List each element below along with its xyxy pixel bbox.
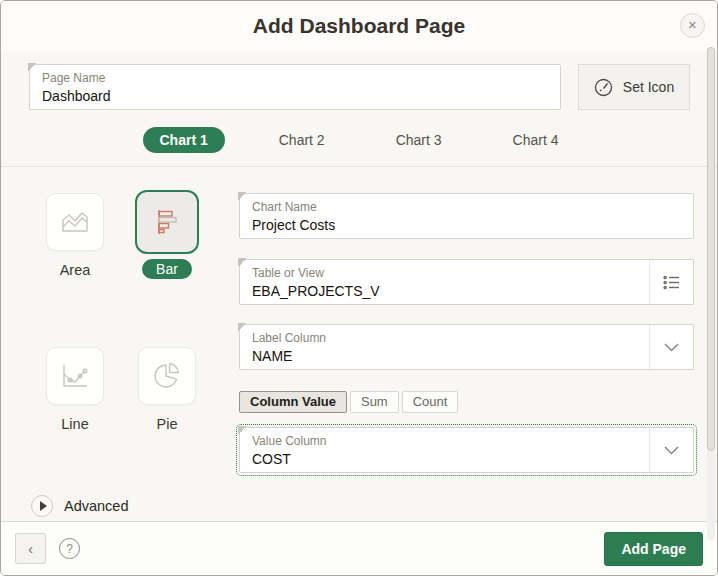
back-chevron-icon: ‹ [28,541,33,557]
expand-triangle-icon [40,501,47,511]
value-column-value: COST [252,449,681,469]
scrollbar-thumb[interactable] [707,47,715,451]
table-lov-button[interactable] [649,260,693,304]
close-button[interactable]: × [680,13,705,38]
page-name-field[interactable]: Page Name [29,64,561,110]
chevron-down-icon [664,343,679,352]
tab-chart-1[interactable]: Chart 1 [143,127,225,153]
dialog-footer: ‹ ? Add Page [1,522,717,575]
dialog-title: Add Dashboard Page [253,14,465,38]
value-column-label: Value Column [252,434,681,448]
top-form-row: Page Name Set Icon [1,51,717,110]
area-chart-icon [58,205,92,239]
pie-chart-icon [150,359,184,393]
chart-type-label: Line [61,416,88,432]
aggregation-toggle-group: Column Value Sum Count [239,391,694,413]
chart-tabs: Chart 1 Chart 2 Chart 3 Chart 4 [1,127,717,167]
tab-chart-2[interactable]: Chart 2 [262,127,342,153]
bar-chart-icon [150,205,184,239]
agg-count-button[interactable]: Count [402,391,459,413]
label-column-dropdown-button[interactable] [649,325,693,369]
chart-type-line[interactable]: Line [29,347,121,474]
tab-chart-3[interactable]: Chart 3 [379,127,459,153]
chart-type-area[interactable]: Area [29,193,121,321]
table-or-view-input[interactable] [252,281,641,301]
close-icon: × [688,16,697,33]
help-button[interactable]: ? [59,538,80,559]
advanced-label: Advanced [64,498,129,514]
table-or-view-field[interactable]: Table or View [239,259,694,305]
scrollbar-track[interactable] [707,47,715,540]
label-column-select[interactable]: Label Column NAME [239,324,694,370]
add-page-button[interactable]: Add Page [604,532,703,566]
table-or-view-label: Table or View [252,266,681,280]
chart-type-picker: Area Bar [29,193,231,473]
chart-type-label: Pie [157,416,178,432]
value-column-select[interactable]: Value Column COST [239,427,694,473]
dialog-body: Area Bar [1,167,717,473]
chart-type-label: Bar [142,259,192,279]
dialog-header: Add Dashboard Page × [1,1,717,51]
value-column-dropdown-button[interactable] [649,428,693,472]
help-icon: ? [66,542,73,556]
add-dashboard-page-dialog: Add Dashboard Page × Page Name Set Icon … [0,0,718,576]
chart-type-bar[interactable]: Bar [121,193,213,321]
advanced-expand-button[interactable] [31,495,53,517]
agg-sum-button[interactable]: Sum [350,391,399,413]
page-name-label: Page Name [42,71,548,85]
agg-column-value-button[interactable]: Column Value [239,391,347,413]
chevron-down-icon [664,446,679,455]
chart-config-fields: Chart Name Table or View Label Column [239,193,694,473]
set-icon-label: Set Icon [623,79,674,95]
chart-type-pie[interactable]: Pie [121,347,213,474]
list-icon [663,275,680,290]
page-name-input[interactable] [42,86,548,106]
label-column-label: Label Column [252,331,681,345]
set-icon-button[interactable]: Set Icon [578,64,690,110]
chart-name-label: Chart Name [252,200,681,214]
chart-name-input[interactable] [252,215,681,235]
line-chart-icon [58,359,92,393]
tab-chart-4[interactable]: Chart 4 [496,127,576,153]
chart-type-label: Area [60,262,91,278]
advanced-section: Advanced [1,491,717,522]
gauge-icon [594,78,613,97]
back-button[interactable]: ‹ [15,533,46,564]
chart-name-field[interactable]: Chart Name [239,193,694,239]
label-column-value: NAME [252,346,681,366]
